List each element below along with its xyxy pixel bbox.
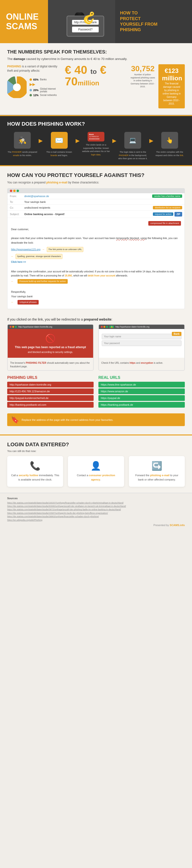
email-link-row: http://goonsweiss115.org ← The link poin… — [11, 247, 181, 252]
email-to-value: Your savings bank — [24, 200, 182, 203]
header-title-block: ONLINE SCAMS — [0, 0, 48, 43]
how-phishing-title: HOW DOES PHISHING WORK? — [7, 121, 185, 127]
email-mock-container: From: direkt@sparkasse.de sender has a f… — [7, 188, 185, 313]
step-3: Bank 127889210 ●●●●●●●● The victim lands… — [81, 132, 111, 156]
arrow-3: ▶ — [112, 137, 116, 144]
page-header: ONLINE SCAMS 🕵️ http://\\Your_Bank Passw… — [0, 0, 192, 43]
email-subject-label: Subject: — [10, 213, 24, 216]
real-url-3: https://paypal.de — [99, 395, 185, 401]
numbers-title: THE NUMBERS SPEAK FOR THEMSELVES: — [7, 49, 185, 55]
login-card-1: 📞 Call a security hotline immediately. T… — [7, 456, 63, 487]
pie-chart — [7, 76, 27, 98]
login-card-3: ↪️ Forward the phishing e-mail to your b… — [129, 456, 185, 487]
source-3[interactable]: https://de.statista.com/statistik/daten/… — [7, 508, 185, 511]
email-sign: Respectfully, — [11, 290, 181, 294]
zip-annotation: compressed file in attachment — [148, 221, 181, 226]
login-cards: 📞 Call a security hotline immediately. T… — [7, 456, 185, 487]
cases-number: 30,752 — [130, 64, 156, 73]
real-urls-title: REAL URLS — [99, 375, 185, 380]
sources-footer: Sources https://de.statista.com/statisti… — [0, 493, 192, 530]
arrow-1: ▶ — [39, 137, 43, 144]
how-phishing-works-section: HOW DOES PHISHING WORK? 🕵️ The PHISHER s… — [0, 116, 192, 165]
bookmark-tip: 🔖 Replace the address of the page with t… — [7, 413, 185, 426]
source-6[interactable]: https://en.wikipedia.org/wiki/Phishing — [7, 518, 185, 522]
step-2-desc: The e-mail contains known brands and log… — [44, 151, 74, 157]
real-url-4: https://banking.postbank.de — [99, 402, 185, 408]
email-greeting: Dear customer, — [11, 227, 181, 231]
header-subtitle: HOW TO PROTECT YOURSELF FROM PHISHING — [120, 10, 187, 33]
password-field[interactable]: Your password — [102, 340, 182, 346]
urls-section: PHISHING URLS http://sparkasse-daten-kon… — [7, 375, 185, 409]
spelling-annotation: Spelling, grammar, strange special chara… — [16, 254, 62, 259]
protect-intro: You can recognize a prepared phishing e-… — [7, 180, 185, 185]
step-3-icon: Bank 127889210 ●●●●●●●● — [88, 132, 104, 142]
step-4-desc: The login data is sent to the PHISHER in… — [118, 151, 148, 160]
phishing-steps-row: 🕵️ The PHISHER sends prepared emails to … — [7, 132, 185, 160]
numbers-subtitle: The damage caused by cybercrime in Germa… — [7, 57, 185, 61]
login-card-1-text: Call a security hotline immediately. Thi… — [11, 473, 59, 482]
login-name-field[interactable]: Your login name — [102, 334, 182, 339]
bookmark-tip-text: Replace the address of the page with the… — [22, 418, 113, 421]
email-text2: After completing the confirmation, your … — [11, 270, 181, 278]
fraud-site-content: 🚫 This web page has been reported as a f… — [8, 329, 93, 358]
untypical-annotation: Untypical phrases — [18, 300, 39, 305]
phone-icon: 📞 — [11, 461, 59, 471]
fraud-site-bar: http://sparkasse-daten-kontrolle.org — [8, 325, 93, 329]
step-5-desc: The victim complies with the request and… — [155, 151, 185, 157]
step-4: 💻 The login data is sent to the PHISHER … — [118, 132, 148, 160]
real-url-2: https://www.amazon.de — [99, 389, 185, 394]
step-4-icon: 💻 — [124, 132, 141, 149]
bookmark-icon: 🔖 — [11, 416, 19, 424]
email-from-row: From: direkt@sparkasse.de sender has a f… — [7, 193, 185, 199]
numbers-section: THE NUMBERS SPEAK FOR THEMSELVES: The da… — [0, 43, 192, 115]
step-1-icon: 🕵️ — [14, 132, 31, 149]
email-from-value: direkt@sparkasse.de — [24, 195, 150, 197]
from-annotation: sender has a familiar name — [152, 194, 182, 198]
step-5-icon: 👆 — [161, 132, 178, 149]
source-5[interactable]: https://de.statista.com/statistik/daten/… — [7, 515, 185, 518]
real-site-mock: 🔒 http://sparkasse-daten-kontrolle.org B… — [99, 324, 185, 371]
https-check-note: Check if the URL contains https and encr… — [99, 358, 184, 367]
phishing-def: PHISHING is a variant of digital identit… — [7, 64, 60, 73]
email-click-here[interactable]: Click here >> — [11, 260, 181, 264]
pressure-annotation: Pressure build-up and further requests f… — [18, 279, 68, 284]
pie-legend-social: 12% Social networks — [29, 94, 60, 97]
login-subtitle: You can still do that now: — [7, 450, 185, 453]
svg-point-3 — [13, 84, 21, 91]
login-card-2-text: Contact a consumer protection agency. — [72, 473, 120, 482]
email-body: compressed file in attachment Dear custo… — [7, 218, 185, 309]
phishing-url-4: http://banking.postbank-vd.com — [7, 402, 93, 408]
source-1[interactable]: https://de.statista.com/statistik/daten/… — [7, 501, 185, 504]
real-site-bar: 🔒 http://sparkasse-daten-kontrolle.org — [99, 325, 184, 329]
arrow-4: ▶ — [149, 137, 153, 144]
step-3-desc: The victim lands on a supposedly familia… — [81, 144, 111, 156]
fraud-site-url: http://sparkasse-daten-kontrolle.org — [18, 326, 52, 328]
subject-annotation: request for action — [153, 212, 173, 216]
pie-legend: 65% Banks ▶▶ 20% Global Internet portals… — [29, 78, 60, 97]
source-2[interactable]: https://de.statista.com/statistik/daten/… — [7, 504, 185, 508]
footer-brand: Presented by SCAMS.info — [7, 524, 185, 527]
step-2-icon: ✉️ — [51, 132, 68, 149]
real-url-1: https://www.ihre-sparkasse.de — [99, 382, 185, 388]
real-urls-column: REAL URLS https://www.ihre-sparkasse.de … — [99, 375, 185, 409]
email-from-label: From: — [10, 195, 24, 197]
step-1-desc: The PHISHER sends prepared emails to his… — [7, 151, 37, 157]
financial-damage-box: €123 million The financial damage caused… — [158, 64, 185, 108]
arrow-2: ▶ — [76, 137, 80, 144]
email-to-row: To: Your savings bank — [7, 199, 185, 205]
sources-title: Sources — [7, 497, 185, 500]
step-2: ✉️ The e-mail contains known brands and … — [44, 132, 74, 157]
email-text1: please note that your online banking acc… — [11, 236, 181, 245]
email-phishing-link[interactable]: http://goonsweiss115.org — [11, 247, 40, 252]
source-4[interactable]: https://de.statista.com/statistik/daten/… — [7, 512, 185, 515]
email-mock: From: direkt@sparkasse.de sender has a f… — [7, 188, 185, 309]
pie-legend-banks: 65% Banks — [29, 78, 60, 81]
phishing-url-2: http://123.456.789.123/amazon.de — [7, 389, 93, 394]
email-cc-value: undisclosed recipients — [24, 206, 151, 209]
browser-filter-note: The browser's PHISHING FILTER should aut… — [8, 358, 93, 370]
step-1: 🕵️ The PHISHER sends prepared emails to … — [7, 132, 37, 157]
phishing-url-1: http://sparkasse-daten-kontrolle.org — [7, 382, 93, 388]
login-card-3-text: Forward the phishing e-mail to your bank… — [133, 473, 181, 482]
login-title: LOGIN DATA ENTERED? — [7, 441, 185, 448]
fraud-warning-text: This web page has been reported as a fra… — [15, 345, 86, 349]
